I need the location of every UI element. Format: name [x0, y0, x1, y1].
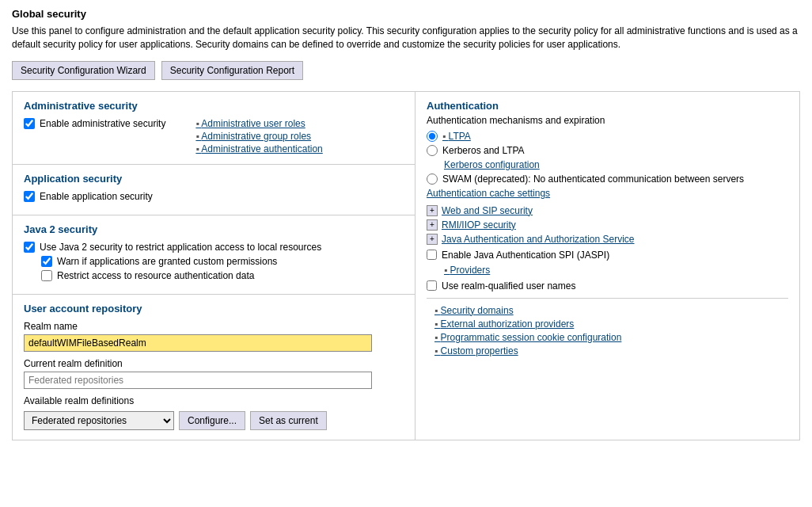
java2-main-checkbox[interactable]: [24, 242, 35, 253]
java2-restrict-row: Restrict access to resource authenticati…: [41, 270, 404, 281]
kerberos-label: Kerberos and LTPA: [442, 145, 525, 156]
programmatic-session-link[interactable]: Programmatic session cookie configuratio…: [434, 332, 788, 343]
custom-properties-link[interactable]: Custom properties: [434, 345, 788, 356]
auth-cache-link[interactable]: Authentication cache settings: [427, 188, 788, 199]
java2-main-row: Use Java 2 security to restrict applicat…: [24, 242, 404, 253]
java2-warn-label: Warn if applications are granted custom …: [57, 256, 277, 267]
global-security-page: Global security Use this panel to config…: [0, 0, 812, 448]
configure-button[interactable]: Configure...: [179, 411, 245, 430]
admin-security-section: Administrative security Enable administr…: [13, 92, 415, 165]
java2-warn-checkbox[interactable]: [41, 256, 52, 267]
web-sip-row[interactable]: + Web and SIP security: [427, 205, 788, 216]
auth-section: Authentication Authentication mechanisms…: [415, 92, 799, 364]
jaas-row[interactable]: + Java Authentication and Authorization …: [427, 234, 788, 245]
ltpa-radio[interactable]: [427, 131, 438, 142]
java2-restrict-label: Restrict access to resource authenticati…: [57, 270, 254, 281]
page-title: Global security: [12, 8, 800, 20]
kerberos-row: Kerberos and LTPA: [427, 145, 788, 156]
user-repo-title: User account repository: [24, 303, 404, 314]
realm-name-label: Realm name: [24, 321, 404, 332]
current-realm-block: Current realm definition: [24, 358, 404, 389]
current-realm-input: [24, 372, 372, 389]
web-sip-link[interactable]: Web and SIP security: [442, 205, 533, 216]
admin-security-row: Enable administrative security Administr…: [24, 118, 404, 154]
available-realm-label: Available realm definitions: [24, 395, 404, 406]
java2-restrict-checkbox[interactable]: [41, 270, 52, 281]
ltpa-row: LTPA: [427, 131, 788, 142]
kerberos-config-link[interactable]: Kerberos configuration: [444, 159, 788, 170]
enable-admin-security-row: Enable administrative security: [24, 118, 165, 129]
admin-security-left: Enable administrative security: [24, 118, 165, 132]
jaas-expand-icon[interactable]: +: [427, 234, 438, 245]
left-panel: Administrative security Enable administr…: [12, 91, 415, 440]
toolbar: Security Configuration Wizard Security C…: [12, 61, 800, 80]
auth-title: Authentication: [427, 100, 788, 112]
jaspi-row: Enable Java Authentication SPI (JASPI): [427, 250, 788, 261]
enable-app-security-label: Enable application security: [40, 191, 153, 202]
enable-admin-security-checkbox[interactable]: [24, 118, 35, 129]
right-panel: Authentication Authentication mechanisms…: [415, 91, 800, 440]
ext-auth-link[interactable]: External authorization providers: [434, 318, 788, 330]
page-description: Use this panel to configure administrati…: [12, 25, 800, 51]
java2-title: Java 2 security: [24, 223, 404, 235]
admin-authentication-link[interactable]: Administrative authentication: [195, 143, 322, 154]
swam-row: SWAM (deprecated): No authenticated comm…: [427, 173, 788, 185]
realm-name-block: Realm name: [24, 321, 404, 352]
enable-app-security-checkbox[interactable]: [24, 191, 35, 202]
report-button[interactable]: Security Configuration Report: [161, 61, 303, 80]
enable-app-security-row: Enable application security: [24, 191, 404, 202]
java2-main-label: Use Java 2 security to restrict applicat…: [40, 242, 321, 253]
realm-qualified-label: Use realm-qualified user names: [442, 280, 575, 292]
web-sip-expand-icon[interactable]: +: [427, 205, 438, 216]
admin-group-roles-link[interactable]: Administrative group roles: [195, 131, 322, 142]
kerberos-radio[interactable]: [427, 145, 438, 156]
user-repo-section: User account repository Realm name Curre…: [13, 295, 415, 440]
rmi-row[interactable]: + RMI/IIOP security: [427, 219, 788, 231]
available-realm-block: Available realm definitions Federated re…: [24, 395, 404, 430]
set-current-button[interactable]: Set as current: [250, 411, 327, 430]
jaspi-label: Enable Java Authentication SPI (JASPI): [442, 250, 609, 261]
rmi-link[interactable]: RMI/IIOP security: [442, 219, 516, 231]
available-realm-select[interactable]: Federated repositories: [24, 411, 174, 430]
auth-subtitle: Authentication mechanisms and expiration: [427, 115, 788, 126]
main-layout: Administrative security Enable administr…: [12, 91, 800, 440]
java2-warn-row: Warn if applications are granted custom …: [41, 256, 404, 267]
security-domains-link[interactable]: Security domains: [434, 305, 788, 316]
admin-links: Administrative user roles Administrative…: [195, 118, 322, 154]
realm-name-input[interactable]: [24, 334, 372, 352]
current-realm-label: Current realm definition: [24, 358, 404, 369]
app-security-section: Application security Enable application …: [13, 165, 415, 215]
jaspi-checkbox[interactable]: [427, 250, 437, 260]
wizard-button[interactable]: Security Configuration Wizard: [12, 61, 155, 80]
rmi-expand-icon[interactable]: +: [427, 219, 438, 231]
jaas-link[interactable]: Java Authentication and Authorization Se…: [442, 234, 635, 245]
swam-label: SWAM (deprecated): No authenticated comm…: [442, 173, 744, 185]
extra-links: Security domains External authorization …: [434, 305, 788, 356]
java2-section: Java 2 security Use Java 2 security to r…: [13, 215, 415, 295]
admin-security-title: Administrative security: [24, 100, 404, 112]
admin-user-roles-link[interactable]: Administrative user roles: [195, 118, 322, 129]
enable-admin-security-label: Enable administrative security: [40, 118, 165, 129]
providers-row: Providers: [444, 264, 788, 276]
app-security-title: Application security: [24, 173, 404, 185]
ltpa-link[interactable]: LTPA: [442, 131, 471, 142]
realm-qualified-row: Use realm-qualified user names: [427, 280, 788, 292]
realm-qualified-checkbox[interactable]: [427, 280, 437, 291]
swam-radio[interactable]: [427, 173, 438, 185]
available-realm-row: Federated repositories Configure... Set …: [24, 411, 404, 430]
divider: [427, 298, 788, 299]
providers-link[interactable]: Providers: [444, 265, 490, 276]
